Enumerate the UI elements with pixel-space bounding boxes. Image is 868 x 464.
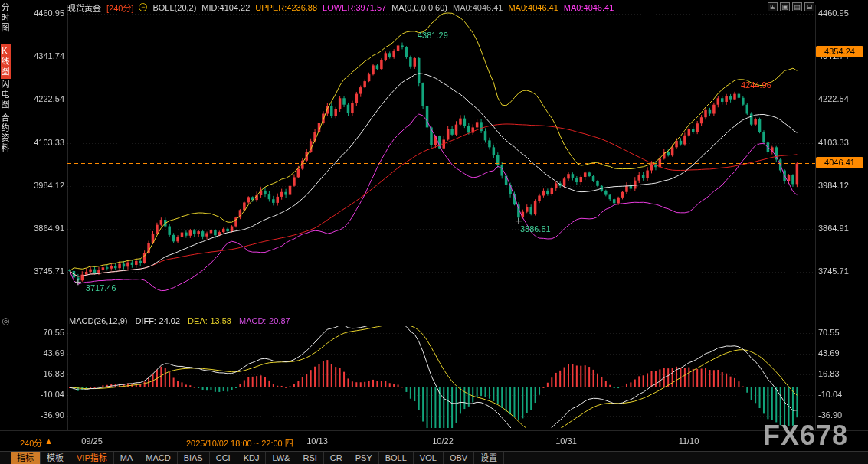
minimize-icon[interactable]: ⊟	[804, 2, 814, 11]
ma0-value-1: MA0:4046.41	[453, 3, 503, 12]
tab-rsi[interactable]: RSI	[296, 452, 323, 464]
panel-list-icon[interactable]: ▤	[792, 2, 802, 11]
indicator-toolbar: 指标 模板 VIP指标 MA MACD BIAS CCI KDJ LW& RSI…	[0, 451, 868, 464]
tab-vip-indicators[interactable]: VIP指标	[70, 452, 114, 464]
macd-dea-value: DEA:-13.58	[188, 316, 231, 325]
tab-boll[interactable]: BOLL	[379, 452, 414, 464]
tab-cr[interactable]: CR	[324, 452, 349, 464]
boll-mid-value: MID:4104.22	[201, 3, 250, 12]
tab-bias[interactable]: BIAS	[178, 452, 210, 464]
price-axis-label-right: 3864.91	[818, 224, 866, 233]
price-annotation-high2: 4244.96	[741, 80, 771, 90]
indicator-circle-icon[interactable]: ◎	[2, 315, 9, 326]
macd-axis-label-left: -36.90	[28, 410, 64, 420]
symbol-name: 现货黄金	[67, 2, 101, 14]
price-axis-label-left: 3984.12	[28, 181, 64, 190]
price-axis-label-left: 4341.74	[28, 51, 64, 60]
sidebar-item-time-chart[interactable]: 分时图	[1, 3, 11, 33]
tab-psy[interactable]: PSY	[349, 452, 379, 464]
x-axis-tick: 10/22	[432, 436, 454, 446]
grid-layout-icon[interactable]: ⊞	[768, 2, 778, 11]
timeframe-selector[interactable]: 240分 ▲	[20, 436, 53, 449]
price-axis-label-left: 4460.95	[28, 8, 64, 18]
session-info-label: 2025/10/02 18:00 ~ 22:00 四	[186, 436, 293, 449]
price-badge-current: 4046.41	[816, 157, 863, 168]
macd-axis-label-right: 70.55	[818, 328, 866, 337]
tab-cci[interactable]: CCI	[210, 452, 237, 464]
chart-header: 现货黄金 [240分] − BOLL(20,2) MID:4104.22 UPP…	[67, 2, 614, 13]
macd-macd-value: MACD:-20.87	[239, 316, 290, 325]
boll-upper-value: UPPER:4236.88	[255, 3, 317, 12]
timeframe-label: [240分]	[106, 2, 133, 14]
tab-ma[interactable]: MA	[114, 452, 140, 464]
tab-macd[interactable]: MACD	[139, 452, 177, 464]
price-axis-label-left: 4222.54	[28, 94, 64, 103]
sidebar-item-lightning-chart[interactable]: 闪电图	[1, 80, 11, 109]
macd-legend: MACD(26,12,9) DIFF:-24.02 DEA:-13.58 MAC…	[69, 316, 290, 325]
macd-axis-label-left: -10.04	[28, 390, 64, 399]
price-axis-label-left: 4103.33	[28, 138, 64, 147]
macd-axis-label-left: 43.69	[28, 348, 64, 358]
price-annotation-low2: 3886.51	[520, 224, 551, 234]
x-axis-tick: 10/13	[306, 436, 328, 446]
macd-axis-label-right: -10.04	[818, 390, 866, 399]
ma0-value-2: MA0:4046.41	[508, 3, 558, 12]
macd-axis-label-left: 70.55	[28, 328, 64, 337]
tab-settings[interactable]: 设置	[474, 452, 504, 464]
price-axis-label-right: 3984.12	[818, 181, 866, 190]
macd-axis-label-right: 43.69	[818, 348, 866, 358]
price-axis-label-right: 4460.95	[818, 8, 866, 18]
tab-templates[interactable]: 模板	[41, 452, 70, 464]
macd-params-label: MACD(26,12,9)	[69, 316, 127, 325]
tab-lwr[interactable]: LW&	[266, 452, 296, 464]
tab-obv[interactable]: OBV	[444, 452, 474, 464]
x-axis-tick: 11/10	[679, 436, 699, 446]
chart-canvas[interactable]	[0, 0, 868, 464]
boll-lower-value: LOWER:3971.57	[323, 3, 386, 12]
macd-axis-label-left: 16.83	[28, 369, 64, 378]
ma0-value-3: MA0:4046.41	[564, 3, 614, 12]
boll-legend-label: BOLL(20,2)	[152, 3, 196, 12]
triangle-up-icon: ▲	[44, 436, 53, 449]
x-axis-tick: 10/31	[555, 436, 577, 446]
price-annotation-high1: 4381.29	[418, 31, 448, 40]
app-root: 现货黄金 [240分] − BOLL(20,2) MID:4104.22 UPP…	[0, 0, 868, 464]
minus-circle-icon[interactable]: −	[139, 3, 147, 11]
tab-vol[interactable]: VOL	[414, 452, 444, 464]
single-window-icon[interactable]: ▣	[780, 2, 790, 11]
timeframe-selector-label: 240分	[20, 436, 42, 449]
macd-axis-label-right: -36.90	[818, 410, 866, 420]
x-axis-tick: 09/25	[81, 436, 103, 446]
price-axis-label-right: 3745.71	[818, 266, 866, 276]
tab-indicators[interactable]: 指标	[11, 452, 41, 464]
price-badge-high: 4354.24	[816, 46, 863, 57]
price-axis-label-right: 4103.33	[818, 138, 866, 147]
price-annotation-low1: 3717.46	[86, 283, 116, 292]
sidebar-item-contract-info[interactable]: 合约资料	[1, 113, 11, 153]
sidebar-item-kline-chart[interactable]: K线图	[1, 44, 11, 79]
ma-legend-label: MA(0,0,0,0,60)	[391, 3, 447, 12]
macd-diff-value: DIFF:-24.02	[135, 316, 180, 325]
tab-kdj[interactable]: KDJ	[237, 452, 267, 464]
price-axis-label-right: 4222.54	[818, 94, 866, 103]
watermark-logo: FX678	[763, 420, 848, 452]
window-controls: ⊞ ▣ ▤ ⊟	[768, 2, 814, 11]
macd-axis-label-right: 16.83	[818, 369, 866, 378]
price-axis-label-left: 3745.71	[28, 266, 64, 276]
price-axis-label-left: 3864.91	[28, 224, 64, 233]
